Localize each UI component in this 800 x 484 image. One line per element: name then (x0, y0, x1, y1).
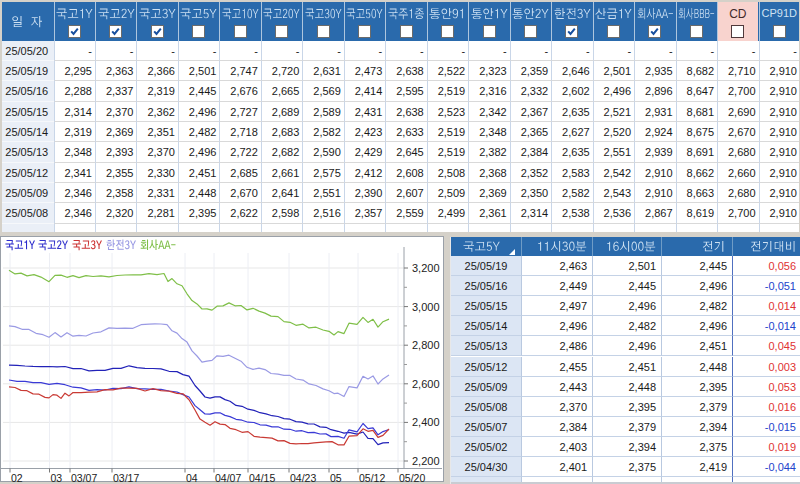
svg-text:03: 03 (51, 471, 63, 482)
svg-text:2,400: 2,400 (412, 416, 440, 428)
svg-text:04/07: 04/07 (215, 471, 241, 482)
svg-text:3,000: 3,000 (412, 300, 440, 312)
svg-text:05/12: 05/12 (359, 471, 385, 482)
svg-text:04/23: 04/23 (290, 471, 316, 482)
svg-text:03/07: 03/07 (71, 471, 97, 482)
svg-text:03/17: 03/17 (113, 471, 139, 482)
svg-text:04: 04 (186, 471, 198, 482)
svg-text:05: 05 (330, 471, 342, 482)
svg-text:2,600: 2,600 (412, 377, 440, 389)
svg-text:2,200: 2,200 (412, 455, 440, 467)
svg-text:02: 02 (11, 471, 23, 482)
svg-text:2,800: 2,800 (412, 339, 440, 351)
svg-text:05/20: 05/20 (399, 471, 425, 482)
svg-text:3,200: 3,200 (412, 262, 440, 274)
svg-text:04/15: 04/15 (249, 471, 275, 482)
